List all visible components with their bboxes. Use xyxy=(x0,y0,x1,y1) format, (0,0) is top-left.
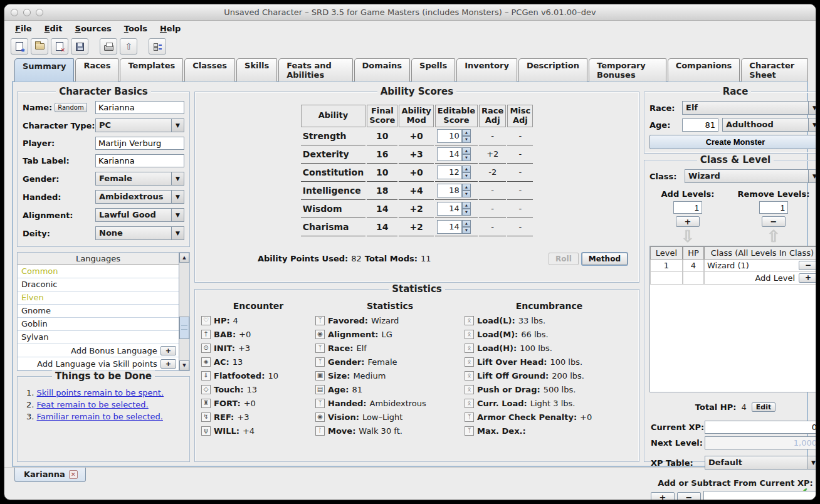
age-input[interactable] xyxy=(682,118,718,132)
xp-table-select[interactable]: Default▼ xyxy=(705,456,816,470)
tab-spells[interactable]: Spells xyxy=(411,58,455,81)
class-select[interactable]: Wizard▼ xyxy=(685,169,816,183)
tab-feats-and-abilities[interactable]: Feats and Abilities xyxy=(278,58,352,81)
spin-up-icon[interactable]: ▲ xyxy=(462,184,471,191)
todo-link-skill-points[interactable]: Skill points remain to be spent. xyxy=(37,388,164,397)
spin-up-icon[interactable]: ▲ xyxy=(462,165,471,172)
race-label: Race: xyxy=(649,103,682,113)
add-xp-button[interactable]: + xyxy=(651,492,675,500)
alignment-select[interactable]: Lawful Good▼ xyxy=(95,208,184,222)
add-skill-language-button[interactable]: + xyxy=(160,359,176,369)
name-input[interactable] xyxy=(95,101,184,114)
dexterity-spinner[interactable]: 14▲▼ xyxy=(437,147,476,161)
scroll-up-icon[interactable]: ▲ xyxy=(179,253,189,263)
spin-up-icon[interactable]: ▲ xyxy=(462,129,471,136)
chevron-down-icon: ▼ xyxy=(171,172,184,185)
character-type-select[interactable]: PC▼ xyxy=(95,118,184,132)
print-button[interactable] xyxy=(100,38,117,55)
export-icon: ⇧ xyxy=(125,42,132,51)
tab-templates[interactable]: Templates xyxy=(120,58,183,81)
open-folder-icon xyxy=(35,43,45,50)
tab-races[interactable]: Races xyxy=(75,58,118,81)
strength-spinner[interactable]: 10▲▼ xyxy=(437,129,476,143)
eye-icon: ◉ xyxy=(315,330,325,339)
language-row[interactable]: Elven xyxy=(18,291,179,305)
stat-hp: ♡HP:4 xyxy=(201,313,315,327)
spin-down-icon[interactable]: ▼ xyxy=(462,136,471,143)
language-row[interactable]: Draconic xyxy=(18,278,179,291)
menu-help[interactable]: Help xyxy=(154,23,186,34)
language-row[interactable]: Sylvan xyxy=(18,331,179,344)
todo-link-feat[interactable]: Feat remain to be selected. xyxy=(37,400,149,409)
current-xp-input[interactable] xyxy=(705,421,816,434)
create-monster-button[interactable]: Create Monster xyxy=(649,135,816,149)
player-input[interactable] xyxy=(95,137,184,150)
todo-item: 1. Skill points remain to be spent. xyxy=(26,388,184,397)
new-character-button[interactable] xyxy=(11,38,28,55)
menu-edit[interactable]: Edit xyxy=(39,23,68,34)
spin-down-icon[interactable]: ▼ xyxy=(462,209,471,216)
gender-select[interactable]: Female▼ xyxy=(95,172,184,186)
xp-amount-input[interactable] xyxy=(703,491,816,500)
tab-classes[interactable]: Classes xyxy=(184,58,235,81)
remove-levels-button[interactable]: − xyxy=(762,216,786,227)
language-row[interactable]: Common xyxy=(18,265,179,278)
todo-link-familiar[interactable]: Familiar remain to be selected. xyxy=(37,412,163,421)
save-character-button[interactable] xyxy=(71,38,88,55)
spin-down-icon[interactable]: ▼ xyxy=(462,227,471,234)
alignment-label: Alignment: xyxy=(23,211,95,220)
tab-label-input[interactable] xyxy=(95,154,184,167)
spin-down-icon[interactable]: ▼ xyxy=(462,191,471,197)
intelligence-spinner[interactable]: 18▲▼ xyxy=(437,184,476,197)
add-levels-input[interactable] xyxy=(673,201,702,214)
spin-up-icon[interactable]: ▲ xyxy=(462,220,471,227)
wisdom-spinner[interactable]: 14▲▼ xyxy=(437,202,476,216)
export-button[interactable]: ⇧ xyxy=(120,38,137,55)
open-character-button[interactable] xyxy=(31,38,48,55)
handed-select[interactable]: Ambidextrous▼ xyxy=(95,190,184,204)
menu-file[interactable]: File xyxy=(9,23,38,34)
stat-size: ▣Size:Medium xyxy=(315,369,465,382)
charisma-spinner[interactable]: 14▲▼ xyxy=(437,220,476,234)
up-arrow-icon: ⇧ xyxy=(767,229,781,243)
tab-inventory[interactable]: Inventory xyxy=(456,58,517,81)
preferences-button[interactable] xyxy=(149,38,166,55)
spin-up-icon[interactable]: ▲ xyxy=(462,202,471,209)
age-category-select[interactable]: Adulthood▼ xyxy=(722,118,816,132)
tab-domains[interactable]: Domains xyxy=(354,58,411,81)
language-row[interactable]: Goblin xyxy=(18,318,179,331)
remove-level-row-button[interactable]: − xyxy=(799,261,816,270)
deity-select[interactable]: None▼ xyxy=(95,226,184,240)
spin-up-icon[interactable]: ▲ xyxy=(462,147,471,154)
character-tab-karianna[interactable]: Karianna ✕ xyxy=(14,468,86,482)
handed-label: Handed: xyxy=(23,192,95,202)
menu-sources[interactable]: Sources xyxy=(70,23,117,34)
add-bonus-language-button[interactable]: + xyxy=(160,346,176,355)
language-row[interactable]: Gnome xyxy=(18,305,179,318)
close-character-button[interactable] xyxy=(51,38,68,55)
race-select[interactable]: Elf▼ xyxy=(682,101,816,115)
tab-summary[interactable]: Summary xyxy=(14,58,74,81)
close-character-tab-icon[interactable]: ✕ xyxy=(69,470,78,479)
edit-hp-button[interactable]: Edit xyxy=(752,402,775,412)
subtract-xp-button[interactable]: − xyxy=(677,492,701,500)
add-levels-button[interactable]: + xyxy=(676,216,700,227)
languages-scrollbar[interactable]: ▲ ▼ xyxy=(179,253,189,370)
tab-skills[interactable]: Skills xyxy=(236,58,277,81)
tab-character-sheet[interactable]: Character Sheet xyxy=(741,58,808,81)
class-level-title: Class & Level xyxy=(697,154,774,165)
scrollbar-thumb[interactable] xyxy=(179,317,189,339)
constitution-spinner[interactable]: 12▲▼ xyxy=(437,165,476,179)
spin-down-icon[interactable]: ▼ xyxy=(462,172,471,179)
add-level-button[interactable]: + xyxy=(799,273,816,283)
scroll-down-icon[interactable]: ▼ xyxy=(179,360,189,370)
lift-icon: ᛟ xyxy=(465,330,474,339)
tab-temporary-bonuses[interactable]: Temporary Bonuses xyxy=(589,58,666,81)
tab-description[interactable]: Description xyxy=(518,58,587,81)
tab-companions[interactable]: Companions xyxy=(668,58,740,81)
method-button[interactable]: Method xyxy=(582,253,628,265)
spin-down-icon[interactable]: ▼ xyxy=(462,154,471,161)
remove-levels-input[interactable] xyxy=(759,201,788,214)
menu-tools[interactable]: Tools xyxy=(118,23,153,34)
random-name-button[interactable]: Random xyxy=(55,103,87,112)
